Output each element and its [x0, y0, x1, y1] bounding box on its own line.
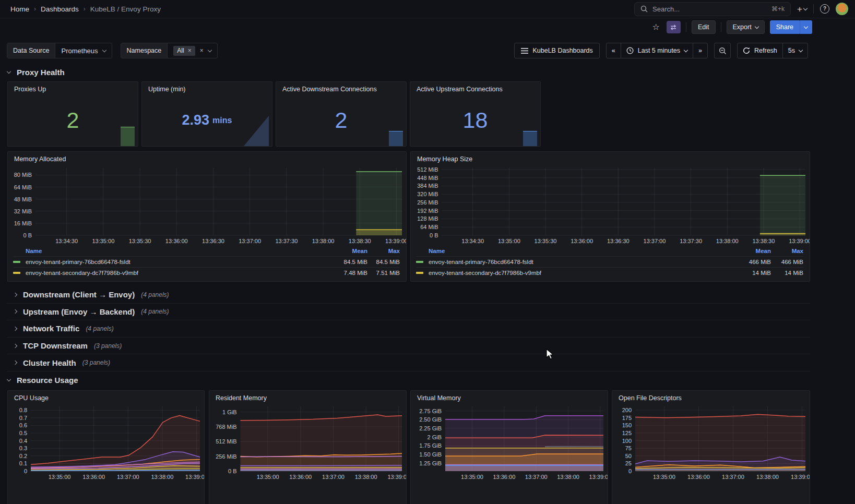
svg-text:1.75 GiB: 1.75 GiB — [419, 442, 442, 449]
section-proxy-health[interactable]: Proxy Health — [7, 68, 65, 77]
svg-text:13:39:00: 13:39:00 — [387, 474, 406, 480]
svg-text:13:39:00: 13:39:00 — [385, 238, 406, 244]
section-downstream-client-envoy[interactable]: Downstream (Client → Envoy) (4 panels) — [7, 286, 810, 304]
edit-button[interactable]: Edit — [692, 20, 716, 34]
time-range-label: Last 5 minutes — [638, 47, 680, 54]
refresh-button[interactable]: Refresh — [738, 43, 783, 58]
panel-proxies-up[interactable]: Proxies Up 2 — [7, 81, 138, 147]
breadcrumb-dashboards[interactable]: Dashboards — [41, 5, 79, 13]
share-button[interactable]: Share — [770, 20, 800, 34]
svg-text:512 MiB: 512 MiB — [417, 166, 438, 173]
svg-text:13:37:00: 13:37:00 — [722, 474, 744, 480]
stat-value: 18 — [463, 109, 488, 131]
variable-controls: Data Source Prometheus Namespace All× × — [7, 43, 218, 58]
section-resource-usage[interactable]: Resource Usage — [7, 376, 78, 385]
panel-memory-heap-size[interactable]: Memory Heap Size 13:34:3013:35:0013:35:3… — [410, 151, 810, 282]
svg-text:384 MiB: 384 MiB — [417, 183, 438, 189]
refresh-interval-picker[interactable]: 5s — [783, 43, 808, 58]
panel-resident-memory[interactable]: Resident Memory 13:35:0013:36:0013:37:00… — [209, 390, 407, 504]
svg-text:13:36:30: 13:36:30 — [607, 238, 630, 244]
svg-text:13:38:00: 13:38:00 — [355, 474, 377, 480]
legend-row[interactable]: envoy-tenant-primary-76bcd66478-fsldt 46… — [416, 256, 803, 267]
chip-remove-icon[interactable]: × — [188, 47, 192, 54]
datasource-picker[interactable]: Data Source Prometheus — [7, 43, 112, 58]
legend-row[interactable]: envoy-tenant-secondary-dc7f7986b-v9mbf 1… — [416, 267, 803, 278]
menu-lines-icon — [521, 48, 528, 54]
cpu-usage-chart[interactable]: 13:35:0013:36:0013:37:0013:38:0013:39:00… — [8, 403, 204, 482]
breadcrumb-home[interactable]: Home — [10, 5, 29, 13]
panel-virtual-memory[interactable]: Virtual Memory 13:35:0013:36:0013:37:001… — [410, 390, 608, 504]
share-menu-button[interactable] — [800, 20, 812, 34]
legend-header: Name Mean Max — [13, 246, 400, 256]
shared-toggle-button[interactable] — [667, 21, 681, 33]
legend-col-mean[interactable]: Mean — [732, 248, 771, 254]
legend-col-name[interactable]: Name — [429, 248, 732, 254]
virtual-memory-chart[interactable]: 13:35:0013:36:0013:37:0013:38:0013:39:00… — [411, 403, 608, 482]
favorite-star-button[interactable]: ☆ — [651, 21, 661, 33]
svg-text:2.50 GiB: 2.50 GiB — [419, 416, 442, 423]
section-network-traffic[interactable]: Network Traffic (4 panels) — [7, 320, 810, 338]
section-tcp-downstream[interactable]: TCP Downstream (3 panels) — [7, 338, 810, 355]
legend-col-name[interactable]: Name — [26, 248, 329, 254]
legend-col-max[interactable]: Max — [771, 248, 803, 254]
section-title: Downstream (Client → Envoy) — [23, 290, 135, 299]
zoom-out-button[interactable] — [714, 43, 731, 58]
resident-memory-chart[interactable]: 13:35:0013:36:0013:37:0013:38:0013:39:00… — [209, 403, 406, 482]
svg-text:13:39:00: 13:39:00 — [791, 474, 810, 480]
namespace-picker[interactable]: Namespace All× × — [121, 43, 218, 58]
avatar[interactable] — [836, 3, 848, 15]
svg-text:200: 200 — [622, 407, 632, 413]
clock-icon — [626, 47, 634, 54]
panel-active-upstream-connections[interactable]: Active Upstream Connections 18 — [410, 81, 541, 147]
section-title: Proxy Health — [17, 68, 65, 77]
memory-heap-size-chart[interactable]: 13:34:3013:35:0013:35:3013:36:0013:36:30… — [411, 164, 810, 246]
panel-active-downstream-connections[interactable]: Active Downstream Connections 2 — [276, 81, 407, 147]
svg-text:13:35:00: 13:35:00 — [92, 238, 114, 244]
panel-count: (4 panels) — [141, 291, 169, 298]
section-cluster-health[interactable]: Cluster Health (3 panels) — [7, 354, 810, 371]
svg-text:0 B: 0 B — [430, 232, 438, 238]
kubelb-dashboards-label: KubeLB Dashboards — [532, 47, 592, 54]
svg-text:13:36:00: 13:36:00 — [571, 238, 593, 244]
search-input[interactable]: Search... ⌘+k — [634, 2, 791, 16]
svg-text:16 MiB: 16 MiB — [14, 220, 32, 226]
time-shift-forward-button[interactable]: » — [693, 43, 707, 58]
section-upstream-envoy-backend[interactable]: Upstream (Envoy → Backend) (4 panels) — [7, 304, 810, 321]
legend-col-max[interactable]: Max — [367, 248, 400, 254]
legend-row[interactable]: envoy-tenant-primary-76bcd66478-fsldt 84… — [13, 256, 400, 267]
datasource-label: Data Source — [7, 43, 55, 58]
svg-text:13:37:00: 13:37:00 — [239, 238, 261, 244]
help-button[interactable]: ? — [818, 3, 831, 15]
legend-row[interactable]: envoy-tenant-secondary-dc7f7986b-v9mbf 7… — [13, 267, 400, 278]
svg-text:13:38:00: 13:38:00 — [557, 474, 579, 480]
svg-text:80 MiB: 80 MiB — [14, 172, 32, 178]
datasource-value[interactable]: Prometheus — [55, 43, 111, 58]
memory-allocated-chart[interactable]: 13:34:3013:35:0013:35:3013:36:0013:36:30… — [8, 164, 406, 246]
svg-text:2.25 GiB: 2.25 GiB — [419, 425, 442, 431]
panel-uptime[interactable]: Uptime (min) 2.93 mins — [141, 81, 272, 147]
chevron-down-icon — [754, 24, 758, 28]
time-shift-back-button[interactable]: « — [607, 43, 621, 58]
panel-open-file-descriptors[interactable]: Open File Descriptors 13:35:0013:36:0013… — [612, 390, 810, 504]
panel-title: Memory Heap Size — [411, 152, 810, 164]
namespace-chip[interactable]: All× — [173, 46, 195, 56]
panel-memory-allocated[interactable]: Memory Allocated 13:34:3013:35:0013:35:3… — [7, 151, 407, 282]
clear-selection-icon[interactable]: × — [200, 47, 204, 54]
legend-header: Name Mean Max — [416, 246, 803, 256]
legend-col-mean[interactable]: Mean — [329, 248, 367, 254]
namespace-value[interactable]: All× × — [168, 43, 217, 58]
svg-text:0.1: 0.1 — [19, 460, 27, 466]
time-controls: KubeLB Dashboards « Last 5 minutes » Ref… — [514, 43, 808, 58]
svg-text:13:39:00: 13:39:00 — [185, 474, 204, 480]
panel-count: (4 panels) — [86, 325, 113, 332]
svg-text:13:36:00: 13:36:00 — [687, 474, 710, 480]
svg-text:13:37:00: 13:37:00 — [322, 474, 345, 480]
open-file-descriptors-chart[interactable]: 13:35:0013:36:0013:37:0013:38:0013:39:00… — [612, 403, 810, 482]
panel-title: Proxies Up — [8, 82, 138, 94]
add-button[interactable]: + — [795, 3, 809, 15]
panel-cpu-usage[interactable]: CPU Usage 13:35:0013:36:0013:37:0013:38:… — [7, 390, 205, 504]
export-button[interactable]: Export — [727, 20, 765, 34]
time-range-picker[interactable]: Last 5 minutes — [621, 43, 693, 58]
svg-text:48 MiB: 48 MiB — [14, 196, 32, 202]
kubelb-dashboards-button[interactable]: KubeLB Dashboards — [514, 43, 599, 58]
